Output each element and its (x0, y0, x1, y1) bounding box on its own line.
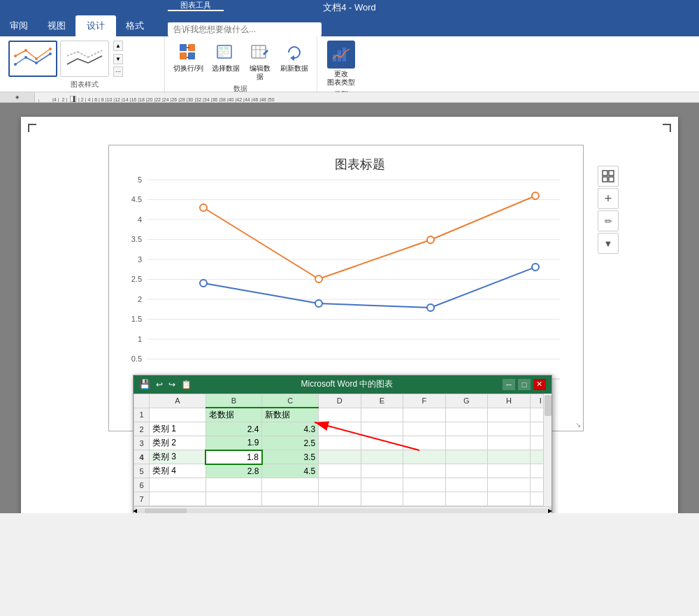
col-header-d[interactable]: D (319, 394, 361, 408)
cell-d5[interactable] (319, 464, 361, 478)
undo-btn[interactable]: ↩ (156, 380, 163, 389)
resize-handle[interactable]: ↘ (575, 421, 581, 429)
cell-b5[interactable]: 2.8 (206, 464, 262, 478)
cell-h2[interactable] (488, 422, 531, 436)
styles-scroll-expand[interactable]: ▼ (113, 54, 123, 64)
scroll-left-btn[interactable]: ◀ (134, 508, 136, 514)
cell-a3[interactable]: 类别 2 (150, 436, 206, 450)
scroll-right-btn[interactable]: ▶ (549, 508, 552, 514)
select-data-button[interactable]: 选择数据 (209, 39, 243, 74)
cell-e1[interactable] (361, 408, 403, 422)
cell-c4[interactable]: 3.5 (262, 450, 319, 464)
chart-tools-label: 图表工具 (168, 0, 224, 11)
style-thumb-2[interactable] (60, 41, 109, 77)
cell-f4[interactable] (403, 450, 446, 464)
styles-scroll-down[interactable]: ⋯ (113, 66, 123, 77)
cell-a6[interactable] (150, 478, 206, 492)
cell-d3[interactable] (319, 436, 361, 450)
cell-f3[interactable] (403, 436, 446, 450)
cell-b6[interactable] (206, 478, 262, 492)
cell-d1[interactable] (319, 408, 361, 422)
cell-h6[interactable] (488, 478, 531, 492)
style-thumb-1[interactable] (8, 41, 57, 77)
cell-c6[interactable] (262, 478, 319, 492)
table-row: 5 类别 4 2.8 4.5 (134, 464, 552, 478)
col-header-a[interactable]: A (150, 394, 206, 408)
cell-g3[interactable] (445, 436, 488, 450)
cell-e5[interactable] (361, 464, 403, 478)
cell-b7[interactable] (206, 492, 262, 506)
cell-d7[interactable] (319, 492, 361, 506)
cell-d2[interactable] (319, 422, 361, 436)
excel-maximize-btn[interactable]: □ (518, 379, 531, 390)
cell-e2[interactable] (361, 422, 403, 436)
cell-a7[interactable] (150, 492, 206, 506)
col-header-e[interactable]: E (361, 394, 403, 408)
scroll-thumb-v[interactable] (545, 395, 552, 416)
cell-e7[interactable] (361, 492, 403, 506)
edit-data-button[interactable]: 编辑数据 (245, 39, 275, 83)
chart-filter-button[interactable]: ▼ (598, 233, 619, 254)
chart-style-button[interactable]: ✏ (598, 210, 619, 231)
excel-close-btn[interactable]: ✕ (533, 379, 546, 390)
chart-layout-button[interactable] (598, 166, 619, 187)
cell-h7[interactable] (488, 492, 531, 506)
col-header-h[interactable]: H (488, 394, 531, 408)
cell-g7[interactable] (445, 492, 488, 506)
tab-view[interactable]: 视图 (38, 15, 75, 36)
cell-c2[interactable]: 4.3 (262, 422, 319, 436)
switch-row-col-button[interactable]: 切换行/列 (171, 39, 206, 74)
cell-b3[interactable]: 1.9 (206, 436, 262, 450)
horizontal-scrollbar[interactable]: ◀ ▶ (134, 506, 552, 513)
cell-b4-selected[interactable]: 1.8 (206, 450, 262, 464)
cell-a1[interactable] (150, 408, 206, 422)
cell-e3[interactable] (361, 436, 403, 450)
vertical-scrollbar[interactable] (543, 394, 552, 507)
cell-h1[interactable] (488, 408, 531, 422)
excel-minimize-btn[interactable]: ─ (503, 379, 515, 390)
cell-g1[interactable] (445, 408, 488, 422)
scroll-thumb-h[interactable] (145, 508, 187, 514)
col-header-b[interactable]: B (206, 394, 262, 408)
paste-btn[interactable]: 📋 (181, 380, 192, 389)
cell-b1[interactable]: 老数据 (206, 408, 262, 422)
cell-g2[interactable] (445, 422, 488, 436)
cell-g4[interactable] (445, 450, 488, 464)
cell-c3[interactable]: 2.5 (262, 436, 319, 450)
tab-format[interactable]: 格式 (116, 15, 154, 36)
cell-e6[interactable] (361, 478, 403, 492)
cell-h3[interactable] (488, 436, 531, 450)
col-header-g[interactable]: G (445, 394, 488, 408)
cell-h5[interactable] (488, 464, 531, 478)
cell-f2[interactable] (403, 422, 446, 436)
tab-review[interactable]: 审阅 (0, 15, 38, 36)
col-header-c[interactable]: C (262, 394, 319, 408)
scroll-track-h[interactable] (138, 508, 547, 514)
cell-a2[interactable]: 类别 1 (150, 422, 206, 436)
cell-c5[interactable]: 4.5 (262, 464, 319, 478)
cell-g6[interactable] (445, 478, 488, 492)
cell-a5[interactable]: 类别 4 (150, 464, 206, 478)
cell-b2[interactable]: 2.4 (206, 422, 262, 436)
change-chart-type-button[interactable]: 更改图表类型 (323, 39, 359, 88)
chart-add-button[interactable]: + (598, 188, 619, 209)
cell-e4[interactable] (361, 450, 403, 464)
cell-f7[interactable] (403, 492, 446, 506)
styles-scroll-up[interactable]: ▲ (113, 41, 123, 51)
col-header-f[interactable]: F (403, 394, 446, 408)
cell-a4[interactable]: 类别 3 (150, 450, 206, 464)
cell-f5[interactable] (403, 464, 446, 478)
refresh-data-button[interactable]: 刷新数据 (278, 39, 311, 74)
cell-f6[interactable] (403, 478, 446, 492)
cell-h4[interactable] (488, 450, 531, 464)
cell-d4[interactable] (319, 450, 361, 464)
redo-btn[interactable]: ↪ (168, 380, 175, 389)
cell-c1[interactable]: 新数据 (262, 408, 319, 422)
search-input[interactable] (168, 22, 322, 36)
cell-c7[interactable] (262, 492, 319, 506)
tab-design[interactable]: 设计 (75, 15, 116, 36)
cell-g5[interactable] (445, 464, 488, 478)
cell-f1[interactable] (403, 408, 446, 422)
cell-d6[interactable] (319, 478, 361, 492)
svg-line-16 (88, 56, 102, 63)
